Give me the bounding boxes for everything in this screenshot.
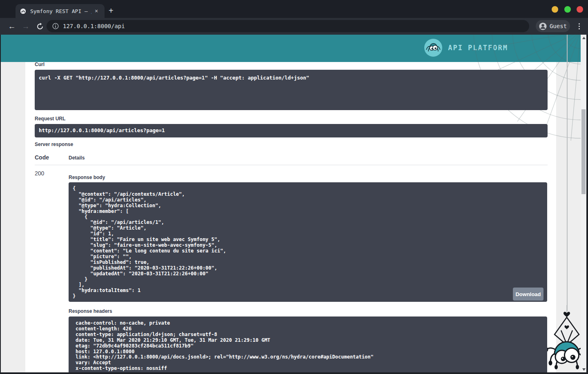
curl-section-label: Curl (35, 62, 45, 67)
url-bar[interactable]: 127.0.0.1:8000/api (47, 20, 529, 32)
details-column-header: Details (69, 155, 85, 161)
site-info-icon[interactable] (52, 23, 59, 29)
api-platform-header: API PLATFORM (0, 35, 581, 62)
server-response-label: Server response (35, 142, 73, 147)
tab-title: Symfony REST API – / (30, 8, 91, 14)
spider-thread (567, 35, 568, 311)
brand-text: API PLATFORM (448, 44, 508, 52)
scrollbar-up-arrow-icon[interactable] (582, 37, 586, 39)
forward-button[interactable]: → (19, 22, 33, 31)
reload-button[interactable] (36, 22, 44, 31)
response-body-json: { "@context": "/api/contexts/Article", "… (69, 182, 547, 302)
profile-guest-button[interactable]: Guest (536, 20, 570, 32)
scrollbar-track[interactable] (581, 35, 586, 374)
download-button[interactable]: Download (513, 288, 543, 301)
guest-label: Guest (550, 23, 567, 29)
scrollbar-thumb[interactable] (581, 109, 586, 194)
spider-logo-icon (424, 39, 442, 57)
window-minimize-button[interactable] (552, 6, 558, 13)
code-column-header: Code (35, 154, 49, 161)
request-url-value: http://127.0.0.1:8000/api/articles?page=… (35, 124, 548, 137)
avatar-icon (539, 22, 547, 30)
browser-tab[interactable]: Symfony REST API – / × (16, 4, 105, 18)
curl-command-block[interactable]: curl -X GET "http://127.0.0.1:8000/api/a… (35, 70, 548, 110)
browser-menu-icon[interactable] (576, 20, 582, 32)
response-body-label: Response body (69, 175, 105, 180)
response-headers-label: Response headers (69, 308, 112, 314)
response-headers-block: cache-control: no-cache, private content… (69, 316, 547, 374)
url-text[interactable]: 127.0.0.1:8000/api (63, 23, 125, 29)
request-url-label: Request URL (35, 116, 65, 122)
window-edge-bottom (0, 372, 588, 374)
window-edge-right (586, 35, 588, 374)
window-maximize-button[interactable] (564, 6, 571, 13)
window-close-button[interactable] (577, 6, 583, 13)
browser-tab-strip: Symfony REST API – / × + (0, 0, 588, 18)
scrollbar-down-arrow-icon[interactable] (582, 368, 586, 371)
table-divider (35, 165, 548, 165)
api-platform-logo: API PLATFORM (424, 39, 508, 57)
symfony-favicon-icon (20, 8, 27, 15)
tab-close-icon[interactable]: × (95, 8, 98, 14)
window-edge-left (0, 35, 1, 374)
new-tab-button[interactable]: + (109, 7, 114, 15)
back-button[interactable]: ← (5, 22, 19, 31)
response-status-code: 200 (35, 170, 44, 177)
page-margin-left (1, 62, 25, 374)
